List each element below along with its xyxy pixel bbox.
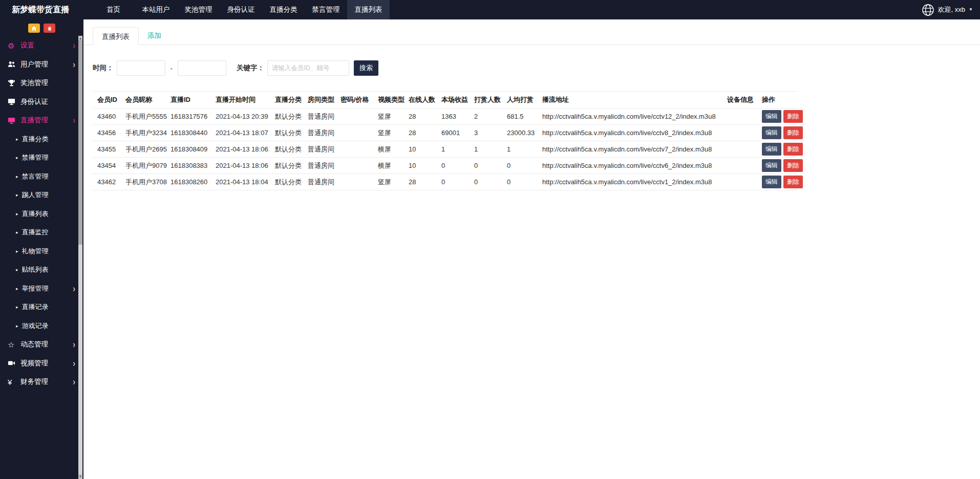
scroll-down-arrow-icon[interactable]: ▾ xyxy=(78,474,82,479)
tab-add[interactable]: 添加 xyxy=(139,27,170,45)
table-header-row: 会员ID会员昵称直播ID直播开始时间直播分类房间类型密码/价格视频类型在线人数本… xyxy=(93,92,797,108)
table-cell: 1618308260 xyxy=(166,174,211,190)
time-end-input[interactable] xyxy=(178,60,226,76)
sidebar-subitem[interactable]: ▸礼物管理 xyxy=(0,242,83,261)
table-cell: 手机用户9079 xyxy=(121,158,166,174)
sidebar-subitem[interactable]: ▸踢人管理 xyxy=(0,186,83,205)
table-cell: 竖屏 xyxy=(373,174,404,190)
sidebar-subitem[interactable]: ▸禁播管理 xyxy=(0,148,83,167)
sidebar-item[interactable]: 视频管理› xyxy=(0,354,83,373)
sidebar-subitem-label: 直播监控 xyxy=(22,228,49,237)
edit-button[interactable]: 编辑 xyxy=(762,126,781,139)
delete-button[interactable]: 删除 xyxy=(783,126,803,139)
live-monitor-icon xyxy=(8,117,20,124)
keyword-input[interactable] xyxy=(267,60,349,76)
column-header: 在线人数 xyxy=(404,92,437,108)
sidebar-item-label: 动态管理 xyxy=(20,340,48,349)
sidebar-item-label: 设置 xyxy=(20,41,34,50)
table-cell: 43456 xyxy=(93,125,121,141)
tab-live-list[interactable]: 直播列表 xyxy=(93,27,139,45)
sidebar-subitem[interactable]: ▸贴纸列表 xyxy=(0,260,83,279)
sidebar-item-label: 直播管理 xyxy=(20,116,48,125)
sidebar-item[interactable]: 身份认证 xyxy=(0,93,83,112)
tab-strip: 直播列表 添加 xyxy=(83,19,980,45)
table-cell: http://cctvalih5ca.v.myalicdn.com/live/c… xyxy=(538,108,722,125)
topnav-item[interactable]: 首页 xyxy=(92,0,135,19)
topnav-item[interactable]: 身份认证 xyxy=(220,0,262,19)
sidebar-menu: ⚙设置›用户管理›奖池管理身份认证直播管理›▸直播分类▸禁播管理▸禁言管理▸踢人… xyxy=(0,36,83,391)
sidebar-subitem-label: 直播分类 xyxy=(22,135,49,144)
sidebar-item[interactable]: ☆动态管理› xyxy=(0,335,83,354)
sidebar-subitem[interactable]: ▸禁言管理 xyxy=(0,167,83,186)
table-cell: 1 xyxy=(437,141,470,158)
column-header: 密码/价格 xyxy=(336,92,373,108)
sidebar-subitem[interactable]: ▸游戏记录 xyxy=(0,317,83,336)
user-menu[interactable]: 欢迎, xxb ▼ xyxy=(922,4,980,16)
triangle-bullet-icon: ▸ xyxy=(16,230,18,235)
table-cell: 28 xyxy=(404,108,437,125)
search-button[interactable]: 搜索 xyxy=(354,60,378,76)
trash-button[interactable] xyxy=(44,24,55,33)
topnav-item[interactable]: 直播分类 xyxy=(262,0,305,19)
topnav-item[interactable]: 禁言管理 xyxy=(305,0,347,19)
sidebar-item[interactable]: ⚙设置› xyxy=(0,36,83,55)
scrollbar-thumb[interactable] xyxy=(78,40,82,245)
range-dash: - xyxy=(171,64,173,72)
table-cell: 手机用户3708 xyxy=(121,174,166,190)
table-cell: 手机用户5555 xyxy=(121,108,166,125)
sidebar-subitem[interactable]: ▸直播监控 xyxy=(0,223,83,242)
table-cell xyxy=(722,174,757,190)
table-cell: 2021-04-13 18:04 xyxy=(211,174,270,190)
table-cell: 默认分类 xyxy=(270,158,303,174)
time-label: 时间： xyxy=(93,63,114,73)
column-header: 操作 xyxy=(757,92,797,108)
topnav-item[interactable]: 直播列表 xyxy=(347,0,390,19)
table-cell: 1 xyxy=(470,141,502,158)
sidebar-item[interactable]: 用户管理› xyxy=(0,55,83,74)
triangle-bullet-icon: ▸ xyxy=(16,286,18,291)
column-header: 打赏人数 xyxy=(470,92,502,108)
chevron-right-icon: › xyxy=(73,59,75,70)
table-cell: 默认分类 xyxy=(270,141,303,158)
table-cell xyxy=(336,108,373,125)
delete-button[interactable]: 删除 xyxy=(783,176,803,188)
sidebar: ⚙设置›用户管理›奖池管理身份认证直播管理›▸直播分类▸禁播管理▸禁言管理▸踢人… xyxy=(0,19,83,479)
topbar: 新梦蝶带货直播 首页本站用户奖池管理身份认证直播分类禁言管理直播列表 欢迎, x… xyxy=(0,0,980,19)
sidebar-subitem[interactable]: ▸直播记录 xyxy=(0,298,83,317)
column-header: 人均打赏 xyxy=(502,92,538,108)
delete-button[interactable]: 删除 xyxy=(783,159,803,172)
topnav-item[interactable]: 奖池管理 xyxy=(177,0,220,19)
table-cell: 43455 xyxy=(93,141,121,158)
triangle-bullet-icon: ▸ xyxy=(16,249,18,254)
triangle-bullet-icon: ▸ xyxy=(16,174,18,179)
sidebar-subitem[interactable]: ▸直播列表 xyxy=(0,205,83,224)
edit-button[interactable]: 编辑 xyxy=(762,110,781,123)
time-start-input[interactable] xyxy=(117,60,165,76)
sidebar-subitem-label: 贴纸列表 xyxy=(22,265,49,274)
sidebar-subitem-label: 举报管理 xyxy=(22,284,49,293)
table-cell: 2021-04-13 18:07 xyxy=(211,125,270,141)
users-icon xyxy=(8,60,20,68)
sidebar-item[interactable]: 奖池管理 xyxy=(0,74,83,93)
column-header: 房间类型 xyxy=(303,92,336,108)
edit-button[interactable]: 编辑 xyxy=(762,143,781,156)
actions-cell: 编辑删除 xyxy=(757,141,797,158)
sidebar-item[interactable]: ¥财务管理› xyxy=(0,373,83,391)
delete-button[interactable]: 删除 xyxy=(783,110,803,123)
edit-button[interactable]: 编辑 xyxy=(762,159,781,172)
topnav-item[interactable]: 本站用户 xyxy=(135,0,177,19)
table-row: 43456手机用户323416183084402021-04-13 18:07默… xyxy=(93,125,797,141)
table-cell: 2021-04-13 18:06 xyxy=(211,141,270,158)
home-button[interactable] xyxy=(28,24,40,33)
sidebar-subitem[interactable]: ▸举报管理› xyxy=(0,279,83,298)
sidebar-item-label: 用户管理 xyxy=(20,60,48,69)
globe-icon xyxy=(922,4,934,16)
sidebar-subitem[interactable]: ▸直播分类 xyxy=(0,130,83,149)
column-header: 本场收益 xyxy=(437,92,470,108)
sidebar-item[interactable]: 直播管理› xyxy=(0,111,83,130)
table-body: 43460手机用户555516183175762021-04-13 20:39默… xyxy=(93,108,797,190)
sidebar-scrollbar[interactable]: ▴ ▾ xyxy=(78,36,82,479)
edit-button[interactable]: 编辑 xyxy=(762,176,781,188)
table-cell: 681.5 xyxy=(502,108,538,125)
delete-button[interactable]: 删除 xyxy=(783,143,803,156)
